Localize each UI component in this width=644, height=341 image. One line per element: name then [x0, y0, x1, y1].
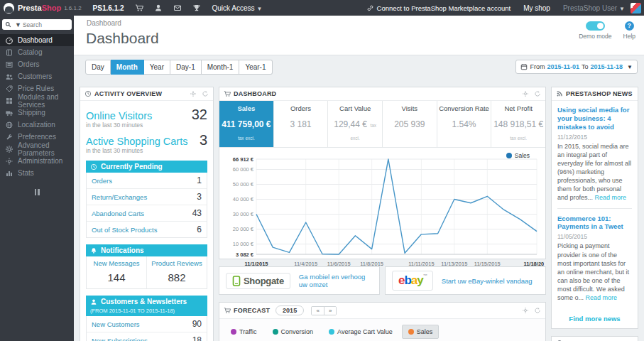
svg-text:11/4/2015: 11/4/2015	[294, 261, 317, 267]
new-customers-row[interactable]: New Customers90	[87, 316, 207, 332]
prestashop-logo-icon	[4, 3, 14, 13]
ebay-promo-link[interactable]: Start uw eBay-winkel vandaag	[442, 277, 533, 285]
kpi-visits[interactable]: Visits205 939	[383, 101, 437, 147]
wrench-icon	[5, 133, 13, 141]
active-carts-link[interactable]: Active Shopping Carts	[86, 136, 187, 147]
online-visitors-sub: in the last 30 minutes	[86, 121, 207, 129]
range-year-1-button[interactable]: Year-1	[239, 60, 272, 75]
svg-text:3 082 €: 3 082 €	[236, 251, 254, 258]
kpi-conversion-rate[interactable]: Conversion Rate1.54%	[437, 101, 492, 147]
forecast-next-button[interactable]: »	[324, 307, 336, 315]
svg-text:40 000 €: 40 000 €	[233, 196, 254, 202]
tag-icon	[5, 85, 13, 93]
cart-icon	[224, 90, 231, 97]
version-label: 1.6.1.2	[64, 5, 81, 11]
pending-orders-row[interactable]: Orders1	[87, 173, 207, 189]
search-input[interactable]	[23, 21, 64, 28]
prestashop-news-panel: PRESTASHOP NEWS Using social media for y…	[551, 87, 638, 329]
shopgate-phone-icon	[232, 276, 241, 286]
cart-notifications-icon[interactable]	[135, 4, 143, 12]
marketplace-connect-link[interactable]: Connect to PrestaShop Marketplace accoun…	[366, 4, 511, 12]
message-notifications-icon[interactable]	[173, 4, 182, 12]
pending-abandoned-carts-row[interactable]: Abandoned Carts43	[87, 205, 207, 222]
sidebar-item-administration[interactable]: Administration	[0, 155, 74, 167]
find-more-news-link[interactable]: Find more news	[552, 310, 638, 328]
forecast-metric-traffic[interactable]: Traffic	[224, 325, 263, 339]
cart-icon	[224, 307, 231, 314]
panel-settings-icon[interactable]	[522, 307, 529, 314]
read-more-link[interactable]: Read more	[586, 294, 618, 301]
range-day-button[interactable]: Day	[85, 60, 111, 75]
product-reviews-cell[interactable]: Product Reviews 882	[146, 256, 207, 288]
legend-dot	[506, 153, 512, 158]
panel-refresh-icon[interactable]	[202, 90, 209, 97]
truck-icon	[5, 109, 13, 117]
chart-legend-sales[interactable]: Sales	[506, 152, 530, 159]
forecast-prev-button[interactable]: «	[312, 307, 324, 315]
panel-settings-icon[interactable]	[522, 90, 529, 97]
sidebar: ▼ Dashboard Catalog Orders Customers Pri…	[0, 16, 74, 341]
shop-name-link[interactable]: PS1.6.1.2	[93, 4, 124, 12]
news-title-link[interactable]: Using social media for your business: 4 …	[557, 106, 632, 131]
sidebar-item-catalog[interactable]: Catalog	[0, 46, 74, 58]
online-visitors-row: Online Visitors 32	[86, 107, 207, 123]
sidebar-item-localization[interactable]: Localization	[0, 119, 74, 131]
panel-refresh-icon[interactable]	[534, 90, 541, 97]
user-menu[interactable]: PrestaShop User▼	[563, 4, 625, 12]
sidebar-item-orders[interactable]: Orders	[0, 58, 74, 70]
svg-text:11/13/2015: 11/13/2015	[441, 261, 467, 267]
demo-mode-toggle[interactable]	[586, 21, 605, 31]
help-control: ? Help	[623, 21, 635, 40]
demo-mode-label: Demo mode	[579, 33, 611, 40]
main-content: Day Month Year Day-1 Month-1 Year-1 From…	[74, 55, 644, 341]
gears-icon	[5, 145, 13, 153]
range-day-1-button[interactable]: Day-1	[170, 60, 202, 75]
pending-out-of-stock-row[interactable]: Out of Stock Products6	[87, 222, 207, 237]
sidebar-item-customers[interactable]: Customers	[0, 70, 74, 82]
page-title: Dashboard	[86, 30, 159, 47]
sales-chart-svg: 3 082 €10 000 €20 000 €30 000 €40 000 €5…	[221, 149, 544, 274]
chevron-down-icon: ▼	[627, 64, 633, 70]
new-subscriptions-row[interactable]: New Subscriptions18	[87, 332, 207, 341]
range-year-button[interactable]: Year	[144, 60, 170, 75]
panel-title: DASHBOARD	[234, 90, 276, 97]
kpi-net-profit[interactable]: Net Profit148 918,51 € tax excl.	[491, 101, 545, 147]
sidebar-collapse-button[interactable]	[34, 189, 40, 195]
pending-returns-row[interactable]: Return/Exchanges3	[87, 189, 207, 205]
page-header: Dashboard Dashboard Demo mode ? Help	[74, 16, 644, 55]
read-more-link[interactable]: Read more	[595, 194, 627, 201]
customer-notifications-icon[interactable]	[154, 4, 163, 12]
new-messages-cell[interactable]: New Messages 144	[87, 256, 146, 288]
sidebar-item-dashboard[interactable]: Dashboard	[0, 34, 74, 46]
online-visitors-link[interactable]: Online Visitors	[86, 110, 152, 121]
currently-pending-header: Currently Pending	[86, 161, 207, 173]
news-title-link[interactable]: Ecommerce 101: Payments in a Tweet	[557, 215, 632, 232]
panel-settings-icon[interactable]	[190, 90, 197, 97]
sidebar-item-shipping[interactable]: Shipping	[0, 107, 74, 119]
sidebar-item-modules[interactable]: Modules and Services	[0, 94, 74, 107]
forecast-metric-sales[interactable]: Sales	[402, 325, 440, 339]
panel-refresh-icon[interactable]	[534, 307, 541, 314]
forecast-metric-average-cart-value[interactable]: Average Cart Value	[322, 325, 399, 339]
clock-icon	[90, 163, 97, 170]
kpi-cart-value[interactable]: Cart Value129,44 € tax excl.	[328, 101, 383, 147]
forecast-metric-conversion[interactable]: Conversion	[266, 325, 320, 339]
avatar[interactable]	[631, 3, 641, 13]
search-scope-caret-icon[interactable]: ▼	[15, 21, 21, 28]
kpi-orders[interactable]: Orders3 181	[274, 101, 329, 147]
my-shop-link[interactable]: My shop	[523, 4, 550, 12]
quick-access-menu[interactable]: Quick Access▼	[212, 4, 263, 12]
range-month-button[interactable]: Month	[111, 60, 144, 75]
sidebar-item-stats[interactable]: Stats	[0, 167, 74, 179]
order-list-icon	[5, 60, 13, 69]
sidebar-item-advanced-parameters[interactable]: Advanced Parameters	[0, 143, 74, 155]
news-item: Ecommerce 101: Payments in a Tweet 11/05…	[557, 215, 632, 308]
sidebar-search[interactable]: ▼	[2, 19, 72, 30]
shopgate-promo-link[interactable]: Ga mobiel en verhoog uw omzet	[299, 273, 373, 288]
kpi-sales[interactable]: Sales411 759,00 € tax excl.	[219, 101, 274, 147]
help-icon[interactable]: ?	[625, 21, 634, 31]
svg-text:10 000 €: 10 000 €	[233, 241, 254, 247]
trophy-icon[interactable]	[192, 4, 201, 12]
date-range-picker-button[interactable]: From2015-11-01 To2015-11-18 ▼	[515, 60, 638, 74]
range-month-1-button[interactable]: Month-1	[202, 60, 240, 75]
